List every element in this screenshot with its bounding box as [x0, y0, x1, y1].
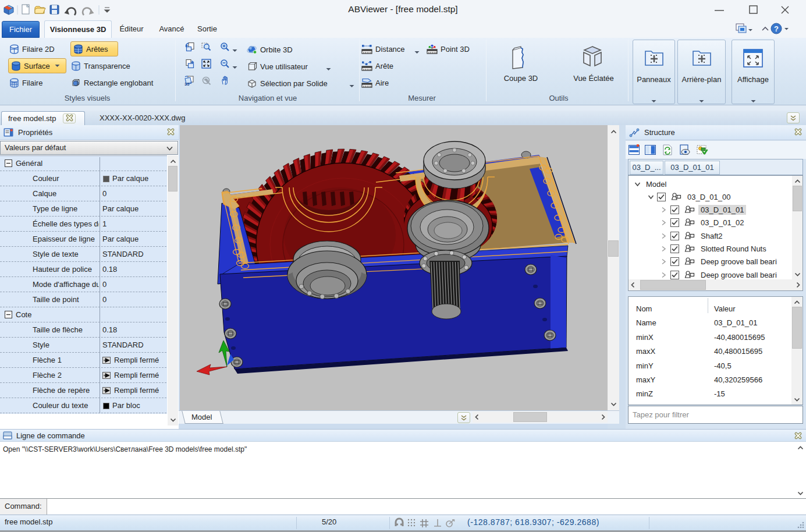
- svg-text:?: ?: [774, 24, 779, 33]
- svg-text:35°: 35°: [184, 81, 191, 86]
